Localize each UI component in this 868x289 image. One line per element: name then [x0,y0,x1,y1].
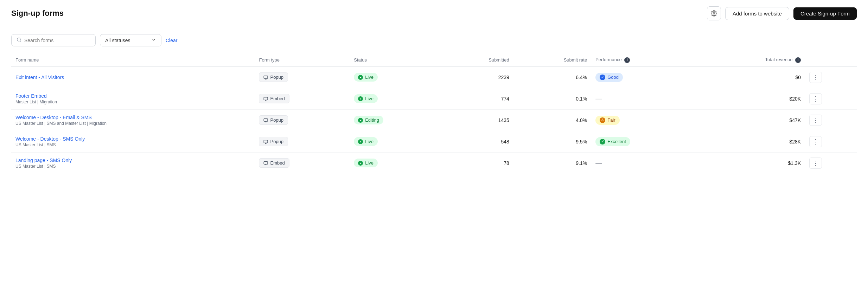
form-type-cell: Popup [255,131,350,152]
performance-cell: ⚠ Fair [591,109,697,131]
form-name-link[interactable]: Welcome - Desktop - SMS Only [15,136,85,142]
submitted-cell: 1435 [442,109,513,131]
status-cell: Live [350,131,442,152]
add-forms-button[interactable]: Add forms to website [725,7,789,20]
submitted-cell: 774 [442,88,513,109]
performance-cell: ✓ Good [591,66,697,88]
performance-cell: — [591,88,697,109]
performance-cell: ✓ Excellent [591,131,697,152]
svg-point-1 [17,38,20,41]
svg-rect-15 [264,161,268,164]
status-cell: Live [350,152,442,174]
revenue-info-icon[interactable]: i [795,57,801,63]
header-actions: Add forms to website Create Sign-up Form [707,6,857,20]
form-name-link[interactable]: Exit intent - All Visitors [15,75,64,80]
col-actions [805,53,857,66]
more-options-button[interactable]: ⋮ [809,93,822,104]
table-row: Landing page - SMS Only US Master List |… [11,152,857,174]
form-type-icon [263,160,268,165]
submit-rate-cell: 9.5% [513,131,591,152]
status-cell: Editing [350,109,442,131]
status-badge: Live [354,159,378,167]
table-row: Exit intent - All Visitors Popup Live 22… [11,66,857,88]
form-name-link[interactable]: Welcome - Desktop - Email & SMS [15,115,92,120]
form-type-icon [263,117,268,122]
form-name-link[interactable]: Footer Embed [15,93,47,99]
forms-table: Form name Form type Status Submitted Sub… [11,53,857,174]
submit-rate-cell: 9.1% [513,152,591,174]
table-row: Welcome - Desktop - SMS Only US Master L… [11,131,857,152]
revenue-cell: $47K [697,109,805,131]
form-type-badge: Popup [259,137,288,146]
status-cell: Live [350,66,442,88]
search-icon [17,37,21,43]
form-type-badge: Embed [259,158,289,168]
status-select-value: All statuses [105,38,130,43]
submitted-cell: 78 [442,152,513,174]
form-name-cell: Footer Embed Master List | Migration [11,88,255,109]
form-type-icon [263,139,268,144]
svg-rect-6 [264,97,268,100]
performance-badge: ⚠ Fair [595,116,619,125]
svg-line-2 [20,41,21,42]
page-title: Sign-up forms [11,9,64,18]
form-name-cell: Welcome - Desktop - Email & SMS US Maste… [11,109,255,131]
col-performance: Performance i [591,53,697,66]
performance-info-icon[interactable]: i [624,57,630,63]
form-name-link[interactable]: Landing page - SMS Only [15,158,72,163]
submit-rate-cell: 4.0% [513,109,591,131]
revenue-cell: $0 [697,66,805,88]
form-type-cell: Embed [255,88,350,109]
status-badge: Editing [354,116,383,124]
svg-rect-9 [264,118,268,121]
submitted-cell: 2239 [442,66,513,88]
status-badge: Live [354,94,378,103]
more-options-button[interactable]: ⋮ [809,158,822,169]
performance-badge: ✓ Excellent [595,137,630,146]
revenue-cell: $28K [697,131,805,152]
col-submitted: Submitted [442,53,513,66]
form-type-icon [263,96,268,101]
form-type-cell: Popup [255,66,350,88]
svg-point-0 [713,13,715,14]
actions-cell: ⋮ [805,88,857,109]
search-box[interactable] [11,34,96,46]
actions-cell: ⋮ [805,66,857,88]
clear-button[interactable]: Clear [166,38,177,43]
col-form-type: Form type [255,53,350,66]
more-options-button[interactable]: ⋮ [809,136,822,147]
performance-dash: — [595,95,602,102]
actions-cell: ⋮ [805,152,857,174]
table-row: Footer Embed Master List | Migration Emb… [11,88,857,109]
revenue-cell: $20K [697,88,805,109]
svg-rect-3 [264,76,268,78]
performance-cell: — [591,152,697,174]
status-select[interactable]: All statuses [100,34,161,46]
chevron-down-icon [151,37,156,43]
settings-button[interactable] [707,6,721,20]
page-header: Sign-up forms Add forms to website Creat… [0,0,868,27]
status-cell: Live [350,88,442,109]
form-type-cell: Popup [255,109,350,131]
submitted-cell: 548 [442,131,513,152]
performance-dash: — [595,159,602,166]
performance-badge: ✓ Good [595,73,623,82]
svg-rect-12 [264,140,268,143]
search-input[interactable] [24,38,90,43]
col-form-name: Form name [11,53,255,66]
form-type-cell: Embed [255,152,350,174]
form-type-icon [263,75,268,79]
status-badge: Live [354,73,378,82]
form-name-cell: Landing page - SMS Only US Master List |… [11,152,255,174]
more-options-button[interactable]: ⋮ [809,72,822,83]
filters-bar: All statuses Clear [0,27,868,53]
form-type-badge: Popup [259,72,288,82]
form-type-badge: Embed [259,94,289,103]
submit-rate-cell: 0.1% [513,88,591,109]
more-options-button[interactable]: ⋮ [809,115,822,126]
revenue-cell: $1.3K [697,152,805,174]
status-badge: Live [354,137,378,146]
create-signup-form-button[interactable]: Create Sign-up Form [793,7,857,20]
actions-cell: ⋮ [805,131,857,152]
col-status: Status [350,53,442,66]
